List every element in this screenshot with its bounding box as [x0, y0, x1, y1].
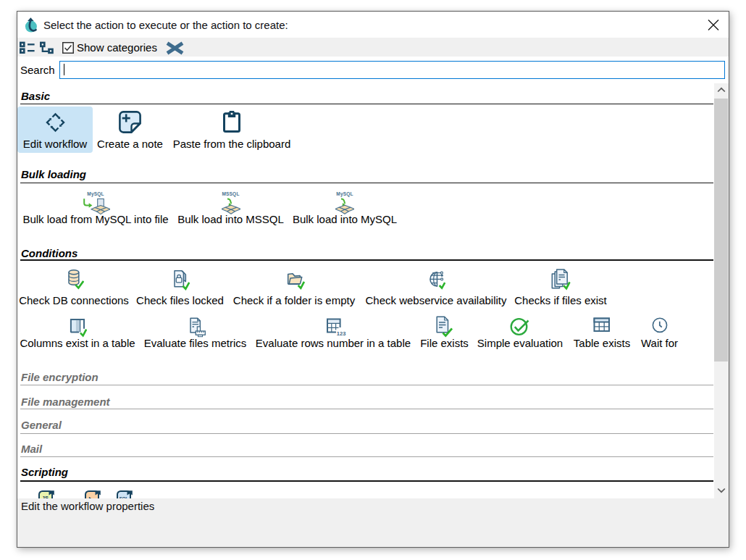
svg-text:123: 123 — [337, 330, 346, 337]
